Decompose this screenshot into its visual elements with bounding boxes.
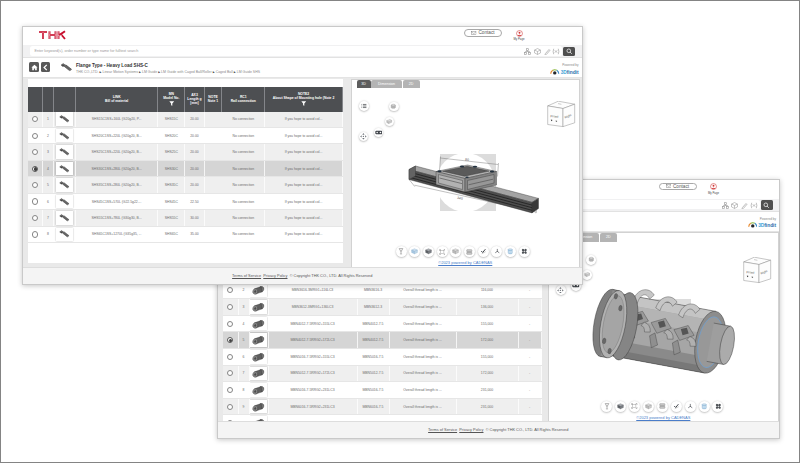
svg-text:80: 80 <box>464 157 468 161</box>
svg-text:340: 340 <box>456 195 463 200</box>
svg-text:Front: Front <box>746 270 754 275</box>
svg-text:Front: Front <box>550 114 558 119</box>
